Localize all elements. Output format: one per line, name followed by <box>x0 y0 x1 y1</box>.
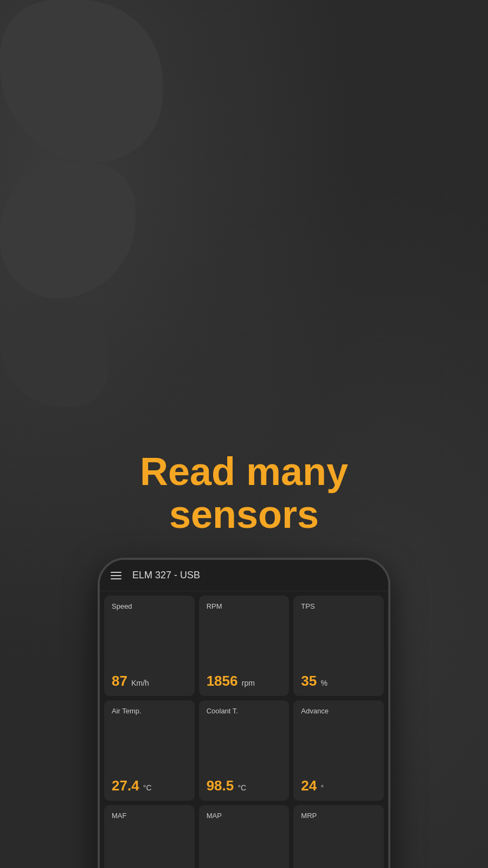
menu-button[interactable] <box>111 572 121 579</box>
sensor-value-rpm: 1856 rpm <box>207 673 282 690</box>
sensor-label-maf: MAF <box>112 812 187 820</box>
app-header: ELM 327 - USB <box>100 560 388 591</box>
sensor-value-speed: 87 Km/h <box>112 673 187 690</box>
header-line2: sensors <box>0 493 488 536</box>
sensor-grid: Speed 87 Km/h RPM 1856 rpm TPS 35 % Air … <box>100 591 388 868</box>
sensor-label-mrp: MRP <box>301 812 376 820</box>
sensor-card-tps[interactable]: TPS 35 % <box>293 596 384 696</box>
sensor-card-rpm[interactable]: RPM 1856 rpm <box>199 596 290 696</box>
sensor-label-coolant: Coolant T. <box>207 707 282 715</box>
app-title: ELM 327 - USB <box>132 570 200 581</box>
sensor-card-advance[interactable]: Advance 24 ° <box>293 700 384 801</box>
sensor-card-maf[interactable]: MAF 112 g/s <box>104 805 195 868</box>
sensor-label-advance: Advance <box>301 707 376 715</box>
sensor-card-airtemp[interactable]: Air Temp. 27.4 °C <box>104 700 195 801</box>
page-header: Read many sensors <box>0 407 488 558</box>
sensor-value-coolant: 98.5 °C <box>207 777 282 794</box>
sensor-value-airtemp: 27.4 °C <box>112 777 187 794</box>
header-line1: Read many <box>0 450 488 493</box>
sensor-card-mrp[interactable]: MRP 1.2 bar <box>293 805 384 868</box>
sensor-label-airtemp: Air Temp. <box>112 707 187 715</box>
sensor-label-speed: Speed <box>112 602 187 610</box>
phone-frame: ELM 327 - USB Speed 87 Km/h RPM 1856 rpm… <box>98 558 390 868</box>
sensor-value-tps: 35 % <box>301 673 376 690</box>
sensor-value-advance: 24 ° <box>301 777 376 794</box>
sensor-card-coolant[interactable]: Coolant T. 98.5 °C <box>199 700 290 801</box>
sensor-label-tps: TPS <box>301 602 376 610</box>
sensor-card-speed[interactable]: Speed 87 Km/h <box>104 596 195 696</box>
phone-screen: ELM 327 - USB Speed 87 Km/h RPM 1856 rpm… <box>100 560 388 868</box>
sensor-card-map[interactable]: MAP 456 hPa <box>199 805 290 868</box>
sensor-label-map: MAP <box>207 812 282 820</box>
sensor-label-rpm: RPM <box>207 602 282 610</box>
